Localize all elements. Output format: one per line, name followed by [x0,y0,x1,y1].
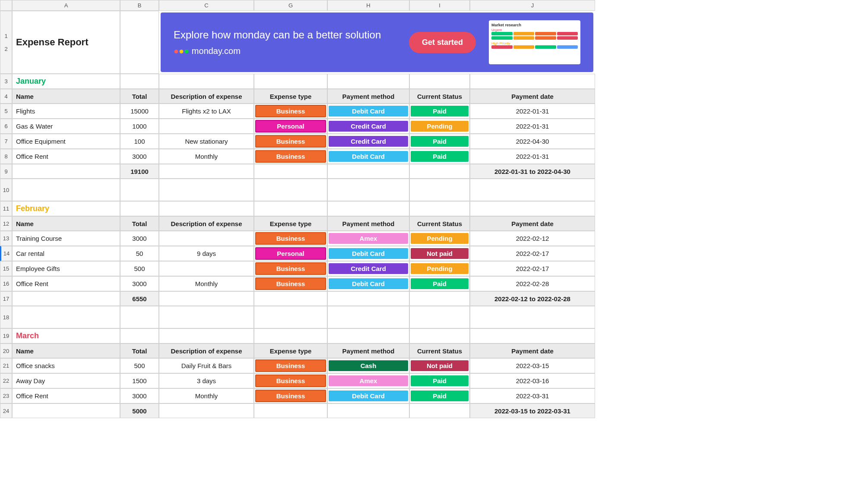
cell-type[interactable]: Business [254,276,327,291]
cell-desc[interactable] [159,119,254,134]
cell-C3[interactable] [159,74,254,89]
row-header-5[interactable]: 5 [0,104,12,119]
row-header-20[interactable]: 20 [0,343,12,358]
cell[interactable] [327,403,409,418]
cell[interactable] [409,291,470,306]
row-header-19[interactable]: 19 [0,328,12,343]
row-header-23[interactable]: 23 [0,388,12,403]
row-header-17[interactable]: 17 [0,291,12,306]
cell[interactable] [120,328,159,343]
cell[interactable] [409,179,470,201]
cell-C9[interactable] [159,164,254,179]
col-header-C[interactable]: C [159,0,254,11]
cell-payment[interactable]: Debit Card [327,276,409,291]
cell-desc[interactable]: New stationary [159,134,254,149]
cell-desc[interactable]: 3 days [159,373,254,388]
cell[interactable] [120,201,159,216]
cell-type[interactable]: Business [254,388,327,403]
cell-I3[interactable] [409,74,470,89]
cell-type[interactable]: Business [254,261,327,276]
cell[interactable] [254,328,327,343]
col-header-G[interactable]: G [254,0,327,11]
cell-status[interactable]: Pending [409,231,470,246]
cell[interactable] [409,201,470,216]
cell-total[interactable]: 500 [120,261,159,276]
cell-payment[interactable]: Credit Card [327,261,409,276]
cell-status[interactable]: Pending [409,119,470,134]
cell[interactable] [327,201,409,216]
cell[interactable] [12,306,120,328]
table-row[interactable]: Away Day [12,373,120,388]
row-header-4[interactable]: 4 [0,89,12,104]
col-header-I[interactable]: I [409,0,470,11]
cell-A9[interactable] [12,164,120,179]
table-row[interactable]: Training Course [12,231,120,246]
row-header-18[interactable]: 18 [0,306,12,328]
cell-type[interactable]: Business [254,149,327,164]
cell-desc[interactable]: Daily Fruit & Bars [159,358,254,373]
col-header-J[interactable]: J [470,0,595,11]
row-header-7[interactable]: 7 [0,134,12,149]
select-all-corner[interactable] [0,0,12,11]
cell-type[interactable]: Business [254,231,327,246]
cell-status[interactable]: Paid [409,134,470,149]
cell[interactable] [159,201,254,216]
cell[interactable] [409,403,470,418]
cell-total[interactable]: 500 [120,358,159,373]
cell-desc[interactable] [159,261,254,276]
row-header-22[interactable]: 22 [0,373,12,388]
cell[interactable] [254,291,327,306]
row-header-21[interactable]: 21 [0,358,12,373]
row-header-15[interactable]: 15 [0,261,12,276]
cell-desc[interactable]: Monthly [159,276,254,291]
cell-desc[interactable] [159,231,254,246]
cell[interactable] [12,179,120,201]
cell-status[interactable]: Paid [409,149,470,164]
cell-status[interactable]: Pending [409,261,470,276]
cell[interactable] [254,306,327,328]
cell-desc[interactable]: Monthly [159,149,254,164]
cell-I9[interactable] [409,164,470,179]
cell[interactable] [470,328,595,343]
cell-payment[interactable]: Cash [327,358,409,373]
cell-desc[interactable]: Monthly [159,388,254,403]
cell-date[interactable]: 2022-04-30 [470,134,595,149]
cell[interactable] [159,179,254,201]
cell-status[interactable]: Paid [409,373,470,388]
cell-B1[interactable] [120,11,159,74]
cell[interactable] [159,306,254,328]
cell[interactable] [120,179,159,201]
cell-date[interactable]: 2022-02-28 [470,276,595,291]
cell-total[interactable]: 100 [120,134,159,149]
cell-date[interactable]: 2022-02-12 [470,231,595,246]
cell[interactable] [327,291,409,306]
cell-payment[interactable]: Debit Card [327,388,409,403]
cell[interactable] [12,291,120,306]
cell-type[interactable]: Business [254,134,327,149]
cell-date[interactable]: 2022-03-15 [470,358,595,373]
table-row[interactable]: Office Rent [12,149,120,164]
cell-H9[interactable] [327,164,409,179]
table-row[interactable]: Gas & Water [12,119,120,134]
cell[interactable] [470,306,595,328]
cell-total[interactable]: 1000 [120,119,159,134]
spreadsheet-grid[interactable]: A B C G H I J 12 Expense Report Explore … [0,0,849,418]
row-header-24[interactable]: 24 [0,403,12,418]
cell[interactable] [254,201,327,216]
cell-status[interactable]: Paid [409,276,470,291]
row-header-14[interactable]: 14 [0,246,12,261]
cell-B3[interactable] [120,74,159,89]
row-header-9[interactable]: 9 [0,164,12,179]
table-row[interactable]: Office Rent [12,276,120,291]
row-header-10[interactable]: 10 [0,179,12,201]
cell[interactable] [327,179,409,201]
cell-total[interactable]: 3000 [120,149,159,164]
cell-payment[interactable]: Amex [327,373,409,388]
col-header-H[interactable]: H [327,0,409,11]
cell-type[interactable]: Business [254,373,327,388]
cell-J3[interactable] [470,74,595,89]
table-row[interactable]: Office Rent [12,388,120,403]
cell[interactable] [120,306,159,328]
table-row[interactable]: Office Equipment [12,134,120,149]
cell[interactable] [254,179,327,201]
